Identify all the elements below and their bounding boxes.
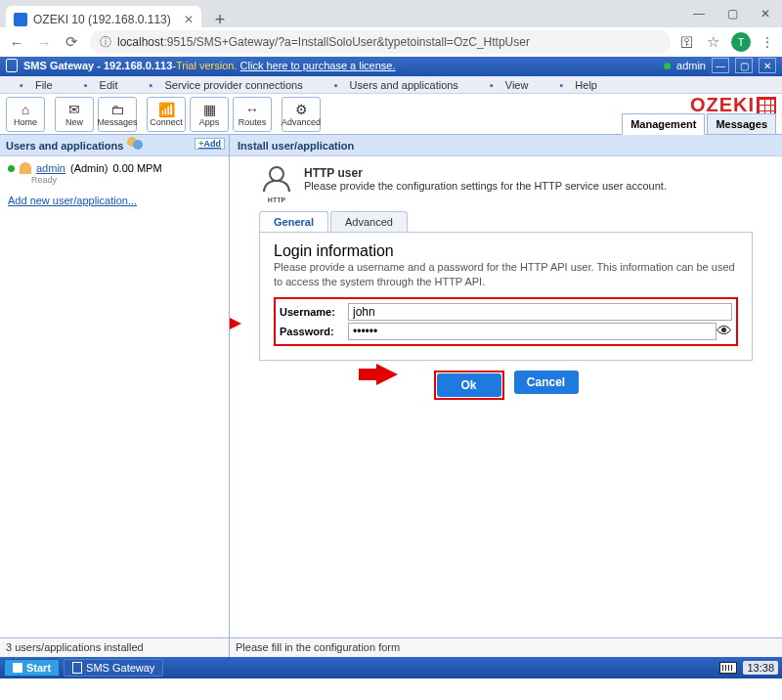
app-maximize-icon[interactable]: ▢ [735,58,753,73]
browser-chrome: — ▢ ✕ OZEKI 10 (192.168.0.113) ✕ + ← → ⟳… [0,0,782,55]
toolbar: ⌂Home ✉New 🗀Messages 📶Connect ▦Apps ↔Rou… [0,94,782,135]
app-minimize-icon[interactable]: — [712,58,729,73]
routes-icon: ↔ [245,102,259,117]
user-status: Ready [31,175,221,185]
left-footer: 3 users/applications installed [0,637,229,657]
user-link[interactable]: admin [36,162,65,174]
right-pane-header: Install user/application [230,135,782,156]
system-tray: 13:38 [719,661,778,675]
section-desc: Please provide the configuration setting… [304,180,667,192]
app-close-icon[interactable]: ✕ [759,58,776,73]
taskbar-item-sms[interactable]: SMS Gateway [64,659,163,677]
gear-icon: ⚙ [295,102,308,117]
menu-users[interactable]: ▪Users and applications [319,79,474,91]
users-icon [127,137,147,154]
key-icon[interactable]: ⚿ [680,34,694,50]
left-pane: Users and applications +Add admin (Admin… [0,135,230,657]
username-label: Username: [280,306,348,318]
section-title: HTTP user [304,166,667,180]
tab-close-icon[interactable]: ✕ [184,13,194,26]
tab-management[interactable]: Management [622,113,705,135]
keyboard-icon[interactable] [719,662,737,674]
site-info-icon[interactable]: ⓘ [100,34,111,51]
start-button[interactable]: Start [4,659,60,677]
app-window-icon [72,662,82,674]
windows-icon [13,663,22,673]
tab-messages[interactable]: Messages [707,113,776,135]
user-row[interactable]: admin (Admin) 0.00 MPM [8,162,221,174]
header-user[interactable]: admin [676,60,706,71]
menu-help[interactable]: ▪Help [543,79,613,91]
left-pane-title: Users and applications [6,140,123,152]
ok-highlight: Ok [434,371,504,400]
annotation-arrow-icon [230,313,241,334]
apps-icon: ▦ [203,102,216,117]
right-pane: Install user/application HTTP HTTP user … [230,135,782,657]
folder-icon: 🗀 [110,102,124,117]
back-icon[interactable]: ← [8,34,25,51]
forward-icon: → [35,34,53,51]
person-icon [20,162,31,174]
phone-icon [6,59,18,72]
clock: 13:38 [743,661,778,675]
username-input[interactable] [348,303,732,321]
cfg-tab-general[interactable]: General [259,211,328,232]
star-icon[interactable]: ☆ [704,33,721,51]
trial-label: Trial version. [176,60,238,71]
url-field[interactable]: ⓘ localhost:9515/SMS+Gateway/?a=InstallS… [90,30,671,54]
tab-title: OZEKI 10 (192.168.0.113) [33,13,171,26]
tb-advanced[interactable]: ⚙Advanced [282,97,321,132]
window-close-icon[interactable]: ✕ [749,0,782,27]
tb-apps[interactable]: ▦Apps [190,97,229,132]
window-minimize-icon[interactable]: — [682,0,716,27]
http-user-icon: HTTP [259,166,294,201]
left-pane-header: Users and applications +Add [0,135,229,156]
favicon-icon [14,13,27,26]
menu-edit[interactable]: ▪Edit [68,79,134,91]
app-title: SMS Gateway - 192.168.0.113 [23,60,172,71]
fieldset-legend: Login information [274,242,738,260]
config-panel: Login information Please provide a usern… [259,232,753,361]
address-bar-row: ← → ⟳ ⓘ localhost:9515/SMS+Gateway/?a=In… [0,27,782,57]
tb-routes[interactable]: ↔Routes [233,97,272,132]
eye-icon[interactable]: 👁 [717,323,732,340]
taskbar: Start SMS Gateway 13:38 [0,657,782,678]
menu-view[interactable]: ▪View [474,79,544,91]
menubar: ▪File ▪Edit ▪Service provider connection… [0,76,782,94]
status-dot-icon [664,63,671,69]
tb-home[interactable]: ⌂Home [6,97,45,132]
right-footer: Please fill in the configuration form [230,637,782,657]
window-maximize-icon[interactable]: ▢ [716,0,749,27]
online-dot-icon [8,165,15,172]
menu-spc[interactable]: ▪Service provider connections [134,79,319,91]
app-header: SMS Gateway - 192.168.0.113 - Trial vers… [0,55,782,76]
antenna-icon: 📶 [158,102,175,117]
reload-icon[interactable]: ⟳ [63,33,80,51]
user-mpm: 0.00 MPM [112,162,161,174]
url-host: localhost [117,35,163,49]
url-path: :9515/SMS+Gateway/?a=InstallSoloUser&typ… [163,35,530,49]
purchase-link[interactable]: Click here to purchase a license. [240,60,396,71]
highlight-box: Username: Password: 👁 [274,297,738,346]
tb-messages[interactable]: 🗀Messages [98,97,137,132]
tb-new[interactable]: ✉New [55,97,94,132]
password-label: Password: [280,326,348,337]
user-role: (Admin) [70,162,109,174]
add-button[interactable]: +Add [195,138,225,150]
home-icon: ⌂ [22,102,29,117]
kebab-menu-icon[interactable]: ⋮ [760,34,774,50]
password-input[interactable] [348,323,717,340]
menu-file[interactable]: ▪File [4,79,68,91]
new-icon: ✉ [68,102,80,117]
cfg-tab-advanced[interactable]: Advanced [330,211,408,232]
cancel-button[interactable]: Cancel [514,371,579,394]
profile-avatar[interactable]: T [731,32,751,52]
fieldset-desc: Please provide a username and a password… [274,260,738,289]
main-area: Users and applications +Add admin (Admin… [0,135,782,657]
tb-connect[interactable]: 📶Connect [147,97,186,132]
annotation-arrow-icon [376,364,398,385]
add-new-user-link[interactable]: Add new user/application... [8,195,221,206]
ok-button[interactable]: Ok [437,373,501,397]
